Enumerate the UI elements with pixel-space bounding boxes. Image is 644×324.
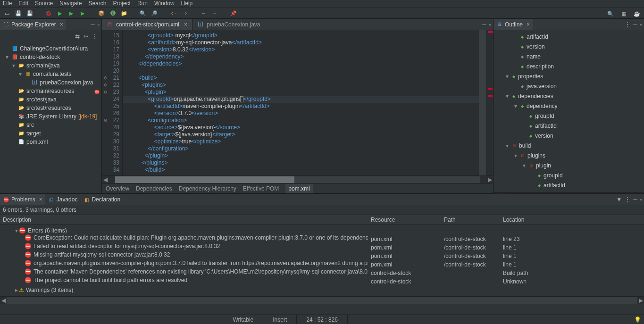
new-pkg-icon[interactable]: 📦 <box>97 9 106 17</box>
close-icon[interactable]: × <box>525 21 530 28</box>
table-row[interactable]: ⛔Failed to read artifact descriptor for … <box>0 242 644 250</box>
close-icon[interactable]: × <box>37 196 42 203</box>
tree-item[interactable]: 📂src/test/resources <box>2 104 100 112</box>
table-row[interactable]: ⛔CoreException: Could not calculate buil… <box>0 233 644 242</box>
col-description[interactable]: Description <box>0 215 368 224</box>
back-icon[interactable]: ← <box>199 9 208 17</box>
minimize-icon[interactable]: ─ <box>633 21 637 28</box>
collapse-all-icon[interactable]: ⇆ <box>75 33 80 40</box>
pom-tab[interactable]: Effective POM <box>243 185 279 192</box>
tree-item[interactable]: 📚JRE System Library [jdk-19] <box>2 112 100 121</box>
perspective-icon[interactable]: ▦ <box>619 9 628 18</box>
menu-source[interactable]: Source <box>35 0 53 8</box>
menu-window[interactable]: Window <box>154 0 175 8</box>
quick-search-icon[interactable]: 🔍 <box>606 9 615 18</box>
view-menu-icon[interactable]: ⋮ <box>92 33 98 40</box>
outline-item[interactable]: ▾◆dependencies <box>496 91 641 101</box>
outline-item[interactable]: ◆groupId <box>496 171 641 181</box>
menu-run[interactable]: Run <box>137 0 148 8</box>
pom-tab[interactable]: pom.xml <box>285 184 312 193</box>
outline-item[interactable]: ◆artifactId <box>496 32 641 42</box>
tree-item[interactable]: 📁target <box>2 129 100 138</box>
editor-tab-pom[interactable]: ⓜ control-de-stock/pom.xml × <box>102 19 192 30</box>
maximize-icon[interactable]: ▫ <box>489 21 491 28</box>
tree-item[interactable]: 📄pom.xml <box>2 138 100 146</box>
tree-item[interactable]: 📂src/test/java <box>2 95 100 104</box>
col-path[interactable]: Path <box>441 215 500 224</box>
package-tree[interactable]: 📘ChallengeConvertidorAlura▾📕control-de-s… <box>0 42 101 148</box>
editor-hscroll[interactable]: ◀▶ <box>102 175 493 183</box>
tree-item[interactable]: ▾▦com.alura.tests <box>2 70 100 78</box>
table-row[interactable]: ⛔The project cannot be built until build… <box>0 276 644 284</box>
pin-icon[interactable]: 📌 <box>229 9 238 17</box>
maximize-icon[interactable]: ▫ <box>98 21 100 28</box>
editor-gutter[interactable]: 151617181920⊖21⊖22⊖⛔23242526⊖27282930313… <box>102 30 123 175</box>
search-icon[interactable]: 🔎 <box>150 9 159 17</box>
overview-ruler[interactable] <box>486 30 493 175</box>
menu-navigate[interactable]: Navigate <box>59 0 82 8</box>
pom-tab[interactable]: Dependencies <box>136 185 172 192</box>
forward-icon[interactable]: → <box>210 9 219 17</box>
package-explorer-tab[interactable]: ⛶ Package Explorer × <box>0 19 66 30</box>
view-menu-icon[interactable]: ⋮ <box>625 21 630 28</box>
menu-file[interactable]: File <box>3 0 12 8</box>
java-perspective-icon[interactable]: ☕ <box>633 9 641 18</box>
tree-item[interactable]: 📂src/main/resources <box>2 87 100 95</box>
outline-item[interactable]: ◆description <box>496 62 641 72</box>
maximize-icon[interactable]: ▫ <box>640 21 642 28</box>
new-folder-icon[interactable]: 📁 <box>120 9 128 17</box>
minimize-icon[interactable]: ─ <box>482 21 486 28</box>
filter-icon[interactable]: ▼ <box>616 196 622 203</box>
save-all-icon[interactable]: 💾 <box>25 9 34 17</box>
outline-tree[interactable]: ◆artifactId◆version◆name◆description▾◆pr… <box>493 30 644 192</box>
outline-tab[interactable]: ≣ Outline × <box>493 19 533 30</box>
pom-tab[interactable]: Dependency Hierarchy <box>179 185 236 192</box>
outline-item[interactable]: ▾⛝plugins <box>496 151 641 161</box>
minimize-icon[interactable]: ─ <box>91 21 95 28</box>
outline-item[interactable]: ◆groupId <box>496 111 641 121</box>
next-annotation-icon[interactable]: ⇨ <box>180 9 189 17</box>
coverage-icon[interactable]: ▶ <box>78 9 87 17</box>
run-last-icon[interactable]: ▶ <box>67 9 75 17</box>
minimize-icon[interactable]: ─ <box>633 196 637 203</box>
outline-item[interactable]: ▾◆properties <box>496 72 641 82</box>
save-icon[interactable]: 💾 <box>14 9 23 17</box>
col-resource[interactable]: Resource <box>368 215 441 224</box>
tree-item[interactable]: ▾📕control-de-stock <box>2 53 100 61</box>
javadoc-tab[interactable]: @ Javadoc <box>45 194 81 205</box>
editor-content[interactable]: <groupId> mysql</groupId> <artifactId>my… <box>123 30 479 175</box>
view-menu-icon[interactable]: ⋮ <box>625 196 630 203</box>
table-row[interactable]: ⛔The container 'Maven Dependencies' refe… <box>0 267 644 276</box>
outline-item[interactable]: ◆java.version <box>496 82 641 91</box>
table-row[interactable]: ▸⚠Warnings (3 items) <box>0 284 644 293</box>
outline-item[interactable]: ◆artifactId <box>496 181 641 191</box>
menu-search[interactable]: Search <box>88 0 106 8</box>
maximize-icon[interactable]: ▫ <box>640 196 642 203</box>
new-icon[interactable]: ▭ <box>3 9 11 17</box>
outline-hscroll[interactable] <box>493 192 644 193</box>
outline-item[interactable]: ◆version <box>496 131 641 141</box>
close-icon[interactable]: × <box>182 21 187 28</box>
prev-annotation-icon[interactable]: ⇦ <box>169 9 177 17</box>
link-editor-icon[interactable]: ⇔ <box>84 33 88 40</box>
tree-item[interactable]: ▾📂src/main/java <box>2 61 100 70</box>
outline-item[interactable]: ▾⛝build <box>496 141 641 151</box>
outline-item[interactable]: ◆artifactId <box>496 121 641 131</box>
problems-table[interactable]: Description Resource Path Location ▾⛔Err… <box>0 215 644 296</box>
open-type-icon[interactable]: 🔍 <box>139 9 147 17</box>
pom-tab[interactable]: Overview <box>106 185 129 192</box>
table-row[interactable]: ▾⛔Errors (6 items) <box>0 225 644 233</box>
problems-hscroll[interactable]: ◀▶ <box>0 296 644 304</box>
menu-edit[interactable]: Edit <box>18 0 28 8</box>
run-icon[interactable]: ▶ <box>56 9 64 17</box>
tree-item[interactable]: 📁src <box>2 121 100 129</box>
debug-icon[interactable]: 🐞 <box>44 9 53 17</box>
menu-project[interactable]: Project <box>113 0 131 8</box>
editor-tab-java[interactable]: 🄹 pruebaConexion.java <box>192 19 265 30</box>
new-class-icon[interactable]: 🅒 <box>109 9 117 17</box>
vertical-scrollbar[interactable] <box>479 30 486 175</box>
problems-tab[interactable]: ⛔ Problems × <box>0 194 45 205</box>
outline-item[interactable]: ◆version <box>496 42 641 52</box>
tree-item[interactable]: 🄹pruebaConexion.java <box>2 78 100 87</box>
tip-icon[interactable]: 💡 <box>634 316 644 323</box>
